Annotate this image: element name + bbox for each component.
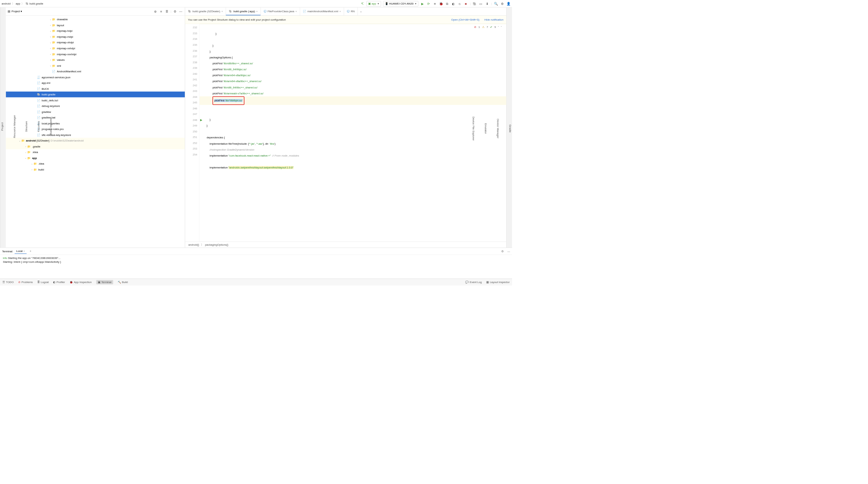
tree-folder[interactable]: ›📁.gradle: [6, 144, 185, 150]
stop-icon[interactable]: ■: [464, 1, 468, 6]
terminal-output[interactable]: info Starting the app on "78D4C20B190030…: [0, 255, 512, 279]
tool-terminal[interactable]: ▣Terminal: [96, 280, 113, 284]
chevron-up-icon[interactable]: ˆ: [498, 26, 499, 29]
tree-folder[interactable]: ›📁build: [6, 167, 185, 173]
breadcrumb-item[interactable]: 🐘 build.gradle: [25, 2, 43, 5]
editor-tab[interactable]: 📄main\AndroidManifest.xml×: [300, 7, 344, 15]
tree-file[interactable]: 🧾agconnect-services.json: [6, 74, 185, 80]
sdk-icon[interactable]: ⬇: [485, 1, 489, 6]
hammer-icon: 🔨: [118, 281, 121, 284]
tool-logcat[interactable]: ≣Logcat: [37, 281, 49, 284]
inspection-status[interactable]: ⊘1 ⚠7 ✔9 ˆ ˇ: [473, 25, 503, 29]
tree-file[interactable]: 📄gradlew.bat: [6, 115, 185, 121]
close-icon[interactable]: ×: [256, 10, 257, 13]
tool-gradle[interactable]: Gradle: [508, 123, 512, 134]
editor-tab[interactable]: ⒸRN: [344, 7, 358, 15]
tool-app-inspection[interactable]: 🐞App Inspection: [70, 281, 92, 284]
tree-file[interactable]: 📄debug.keystore: [6, 103, 185, 109]
debug-icon[interactable]: 🐞: [439, 1, 443, 6]
tree-module[interactable]: ⌄📁android [SZDealer]D:\mobile\SZDealer\a…: [6, 138, 185, 144]
inspect-icon: 🐞: [70, 281, 73, 284]
attach-icon[interactable]: ⎋: [458, 1, 462, 6]
add-terminal-button[interactable]: +: [28, 250, 33, 253]
project-tree[interactable]: ›📁drawable ›📁layout ›📁mipmap-hdpi ›📁mipm…: [6, 16, 185, 248]
tree-folder[interactable]: ›📁mipmap-hdpi: [6, 28, 185, 34]
breadcrumb-item[interactable]: android: [2, 2, 11, 5]
tree-folder[interactable]: ›📁mipmap-mdpi: [6, 34, 185, 40]
gear-icon[interactable]: ⚙: [173, 9, 177, 14]
target-icon[interactable]: ⊕: [153, 9, 158, 14]
project-view-dropdown[interactable]: Project ▾: [12, 10, 22, 13]
breadcrumb-item[interactable]: android{}: [188, 243, 199, 246]
tree-file[interactable]: 📄proguard-rules.pro: [6, 126, 185, 132]
editor-tab[interactable]: 🐘build.gradle (SZDealer)×: [185, 7, 226, 15]
hide-notification-link[interactable]: Hide notification: [484, 18, 504, 21]
tree-file[interactable]: 📄gradlew: [6, 109, 185, 115]
tool-project[interactable]: Project: [0, 121, 4, 132]
tool-layout-inspector[interactable]: ▦Layout Inspector: [486, 281, 510, 284]
chevron-right-icon: 〉: [12, 2, 15, 6]
tree-folder[interactable]: ›📁.idea: [6, 161, 185, 167]
tree-folder[interactable]: ›📁values: [6, 57, 185, 63]
breadcrumb-item[interactable]: packagingOptions{}: [205, 243, 228, 246]
editor-area: 🐘build.gradle (SZDealer)× 🐘build.gradle …: [185, 7, 506, 247]
minimize-icon[interactable]: —: [508, 250, 510, 253]
tree-file[interactable]: 📄build_defs.bzl: [6, 97, 185, 103]
profile-icon[interactable]: ⧉: [445, 1, 450, 6]
minimize-icon[interactable]: —: [179, 9, 183, 14]
close-icon[interactable]: ×: [23, 250, 25, 253]
tree-file[interactable]: 📄BUCK: [6, 86, 185, 92]
tree-folder[interactable]: ›📁.idea: [6, 149, 185, 155]
tree-file[interactable]: 📄AndroidManifest.xml: [6, 68, 185, 74]
device-dropdown[interactable]: 📱 HUAWEI CDY-AN20: [383, 1, 418, 6]
tool-event-log[interactable]: 💬Event Log: [465, 281, 482, 284]
close-icon[interactable]: ×: [296, 10, 297, 13]
close-icon[interactable]: ×: [221, 10, 223, 13]
tool-profiler[interactable]: ◐Profiler: [53, 281, 65, 284]
gauge-icon[interactable]: ◐: [451, 1, 455, 6]
tree-folder[interactable]: ›📁layout: [6, 22, 185, 28]
tool-favorites[interactable]: Favorites: [37, 119, 41, 133]
tool-resource-manager[interactable]: Resource Manager: [12, 114, 16, 140]
tabs-overflow[interactable]: ⌄: [358, 7, 364, 15]
avd-icon[interactable]: ▭: [479, 1, 483, 6]
tool-structure[interactable]: Structure: [24, 120, 28, 134]
hammer-icon[interactable]: ↸: [360, 1, 364, 6]
editor-tab-active[interactable]: 🐘build.gradle (:app)×: [226, 7, 261, 15]
expand-icon[interactable]: ≡: [159, 9, 163, 14]
search-icon[interactable]: 🔍: [494, 1, 498, 6]
tree-folder[interactable]: ›📁mipmap-xxxhdpi: [6, 51, 185, 57]
tree-folder[interactable]: ›📁xml: [6, 63, 185, 68]
coverage-icon[interactable]: ≡: [433, 1, 437, 6]
settings-icon[interactable]: ⚙: [500, 1, 504, 6]
gear-icon[interactable]: ⚙: [501, 250, 504, 253]
tree-file-selected[interactable]: 🐘build.gradle: [6, 92, 185, 97]
editor-tab[interactable]: ⒸFileProviderClass.java×: [261, 7, 300, 15]
warning-icon: ⚠: [482, 26, 484, 29]
tree-folder[interactable]: ›📁drawable: [6, 16, 185, 22]
code-body[interactable]: } } } packagingOptions { pickFirst 'lib/…: [199, 24, 506, 241]
tree-folder[interactable]: ›📁mipmap-xhdpi: [6, 39, 185, 45]
tool-build[interactable]: 🔨Build: [118, 281, 128, 284]
tree-folder[interactable]: ›📁mipmap-xxhdpi: [6, 45, 185, 51]
code-editor[interactable]: ⊘1 ⚠7 ✔9 ˆ ˇ 232233234235236237238239240…: [185, 24, 506, 241]
run-config-dropdown[interactable]: ▣ app: [366, 1, 381, 6]
open-project-structure-link[interactable]: Open (Ctrl+Alt+Shift+S): [451, 18, 480, 21]
tree-file[interactable]: 📄sflc-release-key.keystore: [6, 132, 185, 138]
close-icon[interactable]: ×: [340, 10, 341, 13]
collapse-icon[interactable]: ≣: [165, 9, 169, 14]
java-class-icon: Ⓒ: [264, 9, 267, 13]
run-icon[interactable]: ▶: [421, 1, 425, 6]
tree-module[interactable]: ⌄📁app: [6, 155, 185, 161]
tree-file[interactable]: 📄app.iml: [6, 80, 185, 86]
sync-icon[interactable]: 🐘: [473, 1, 477, 6]
chevron-down-icon[interactable]: ˇ: [501, 26, 502, 29]
terminal-tab[interactable]: Local ×: [15, 249, 27, 254]
tool-problems[interactable]: ⊘Problems: [18, 281, 33, 284]
tool-build-variants[interactable]: Build Variants: [49, 117, 53, 136]
breadcrumb-item[interactable]: app: [16, 2, 20, 5]
debug-run-icon[interactable]: ⟳: [426, 1, 431, 6]
user-icon[interactable]: 👤: [506, 1, 511, 6]
tree-file[interactable]: 🧾local.properties: [6, 121, 185, 127]
tool-todo[interactable]: ☰TODO: [2, 281, 14, 284]
